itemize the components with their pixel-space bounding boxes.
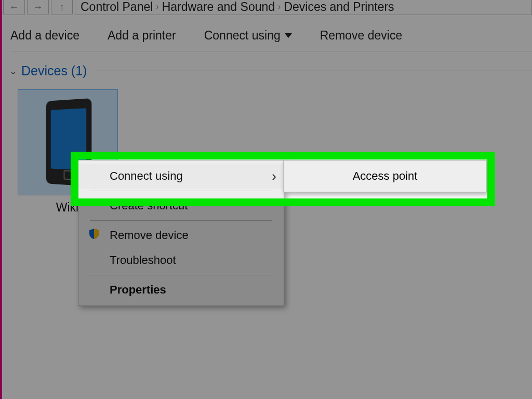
context-menu-item-label: Troubleshoot xyxy=(110,254,176,267)
add-printer-button[interactable]: Add a printer xyxy=(108,29,176,43)
breadcrumb-part[interactable]: Hardware and Sound xyxy=(162,0,275,14)
chevron-down-icon xyxy=(285,33,292,38)
uac-shield-icon xyxy=(88,228,100,243)
context-menu-create-shortcut[interactable]: Create shortcut xyxy=(78,193,284,218)
breadcrumb-part[interactable]: Devices and Printers xyxy=(284,0,394,14)
chevron-right-icon: › xyxy=(275,2,284,11)
device-context-menu: Connect using › Create shortcut Remove d… xyxy=(78,160,284,306)
address-bar[interactable]: Control Panel › Hardware and Sound › Dev… xyxy=(75,0,532,15)
context-menu-troubleshoot[interactable]: Troubleshoot xyxy=(78,248,284,273)
step-indicator-edge xyxy=(0,0,2,399)
breadcrumb-part[interactable]: Control Panel xyxy=(81,0,153,14)
group-divider xyxy=(93,71,532,71)
menu-separator xyxy=(90,220,272,221)
command-bar: Add a device Add a printer Connect using… xyxy=(10,20,532,51)
remove-device-label: Remove device xyxy=(320,29,403,43)
connect-using-label: Connect using xyxy=(204,29,281,43)
chevron-right-icon: › xyxy=(153,2,162,11)
context-menu-connect-using[interactable]: Connect using › xyxy=(78,164,284,189)
nav-back-button[interactable]: ← xyxy=(3,0,25,15)
submenu-access-point[interactable]: Access point xyxy=(284,164,486,189)
context-menu-item-label: Create shortcut xyxy=(110,199,188,212)
context-menu-item-label: Properties xyxy=(110,283,166,297)
dim-overlay xyxy=(495,152,532,206)
context-menu-item-label: Connect using xyxy=(110,169,183,183)
add-device-button[interactable]: Add a device xyxy=(10,29,79,43)
chevron-down-icon: ⌄ xyxy=(9,65,17,77)
add-printer-label: Add a printer xyxy=(108,29,176,43)
devices-group-header[interactable]: ⌄ Devices (1) xyxy=(9,63,532,78)
menu-separator xyxy=(90,191,272,191)
context-menu-item-label: Remove device xyxy=(110,229,189,242)
explorer-navbar: ← → ↑ Control Panel › Hardware and Sound… xyxy=(3,0,532,16)
add-device-label: Add a device xyxy=(10,29,79,43)
remove-device-button[interactable]: Remove device xyxy=(320,29,403,43)
menu-separator xyxy=(90,275,272,275)
connect-using-button[interactable]: Connect using xyxy=(204,29,292,43)
chevron-right-icon: › xyxy=(272,168,276,184)
nav-up-button[interactable]: ↑ xyxy=(51,0,73,15)
context-menu-remove-device[interactable]: Remove device xyxy=(78,223,284,248)
devices-group-label: Devices (1) xyxy=(21,63,87,78)
connect-using-submenu: Access point xyxy=(283,160,487,192)
nav-forward-button[interactable]: → xyxy=(27,0,49,15)
submenu-item-label: Access point xyxy=(353,169,418,183)
context-menu-properties[interactable]: Properties xyxy=(78,277,284,302)
